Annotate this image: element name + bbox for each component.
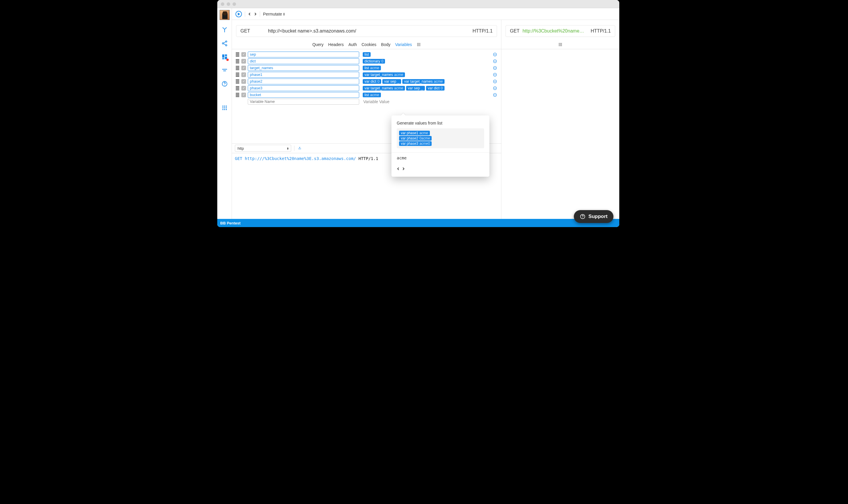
run-button[interactable] xyxy=(235,11,242,17)
value-pill[interactable]: list acme xyxy=(363,93,381,97)
variable-value[interactable]: dictionary 0 xyxy=(361,59,491,64)
value-pill[interactable]: var phase1 acme xyxy=(399,131,430,136)
variable-name-input[interactable] xyxy=(248,72,359,78)
variable-name-input[interactable] xyxy=(248,85,359,91)
remove-button[interactable] xyxy=(492,65,498,71)
drag-handle-icon[interactable] xyxy=(235,52,240,57)
enable-checkbox[interactable]: ✓ xyxy=(241,52,246,57)
enable-checkbox[interactable]: ✓ xyxy=(241,93,246,97)
value-pill[interactable]: dictionary 0 xyxy=(363,59,385,64)
value-pill[interactable]: var target_names acme xyxy=(402,79,444,84)
drag-handle-icon[interactable] xyxy=(235,59,240,63)
enable-checkbox[interactable]: ✓ xyxy=(241,72,246,77)
avatar[interactable] xyxy=(219,10,230,20)
variable-row: ✓var target_names acmevar sep _var dict … xyxy=(235,85,498,91)
variable-name-input[interactable] xyxy=(248,92,359,98)
variable-value[interactable]: var dict 0var sep _var target_names acme xyxy=(361,79,491,84)
svg-point-22 xyxy=(419,43,419,44)
enable-checkbox[interactable]: ✓ xyxy=(241,66,246,70)
value-pill[interactable]: var target_names acme xyxy=(363,72,405,77)
variable-row: ✓list acme xyxy=(235,91,498,98)
variable-name-input[interactable] xyxy=(248,58,359,64)
svg-point-52 xyxy=(560,45,561,46)
popup-prev-button[interactable] xyxy=(397,166,400,172)
value-pill[interactable]: list acme xyxy=(363,66,381,70)
enable-checkbox[interactable]: ✓ xyxy=(241,59,246,64)
drag-handle-icon[interactable] xyxy=(235,73,240,77)
request-box[interactable]: GET http://<bucket name>.s3.amazonaws.co… xyxy=(236,25,497,37)
popup-next-button[interactable] xyxy=(402,166,405,172)
tab-body[interactable]: Body xyxy=(381,42,391,47)
variable-value[interactable]: list acme xyxy=(361,66,491,70)
preview-method: GET xyxy=(510,29,519,34)
value-pill[interactable]: var phase3 acme0 xyxy=(399,141,431,146)
tab-cookies[interactable]: Cookies xyxy=(361,42,376,47)
variable-value[interactable]: list xyxy=(361,52,491,57)
history-forward-button[interactable] xyxy=(254,13,257,16)
traffic-light-zoom[interactable] xyxy=(232,2,236,6)
preview-url: http://%3Cbucket%20name%3E… xyxy=(523,29,588,34)
popup-sample: acme xyxy=(391,152,489,163)
variable-name-input[interactable] xyxy=(248,52,359,57)
value-pill[interactable]: var dict 0 xyxy=(363,79,381,84)
tab-query[interactable]: Query xyxy=(312,42,323,47)
drag-grip-icon[interactable] xyxy=(558,42,562,47)
variable-name-input[interactable] xyxy=(248,65,359,71)
output-format-select[interactable]: http ▴▾ xyxy=(235,145,291,152)
value-pill[interactable]: var dict 0 xyxy=(426,86,444,91)
enable-checkbox[interactable]: ✓ xyxy=(241,79,246,84)
variable-value[interactable]: Variable Value xyxy=(361,99,491,104)
apps-grid-icon[interactable] xyxy=(221,104,228,111)
variable-value[interactable]: var target_names acmevar sep _var dict 0 xyxy=(361,86,491,91)
preview-request-box: GET http://%3Cbucket%20name%3E… HTTP/1.1 xyxy=(506,25,615,37)
remove-button[interactable] xyxy=(492,72,498,77)
svg-point-55 xyxy=(582,217,583,218)
svg-rect-4 xyxy=(225,54,227,56)
tab-auth[interactable]: Auth xyxy=(348,42,357,47)
svg-point-23 xyxy=(420,43,421,44)
variable-name-input[interactable] xyxy=(248,99,359,105)
help-icon[interactable] xyxy=(221,80,228,87)
drag-handle-icon[interactable] xyxy=(235,66,240,70)
remove-button[interactable] xyxy=(492,86,498,91)
remove-button[interactable] xyxy=(492,59,498,64)
history-back-button[interactable] xyxy=(248,13,251,16)
svg-rect-14 xyxy=(222,107,223,108)
value-pill[interactable]: var sep _ xyxy=(382,79,401,84)
share-icon[interactable] xyxy=(221,40,228,47)
download-icon[interactable] xyxy=(297,145,302,151)
value-pill[interactable]: var phase2 0acme xyxy=(399,136,431,141)
titlebar xyxy=(217,0,619,8)
svg-rect-18 xyxy=(224,109,225,110)
remove-button[interactable] xyxy=(492,92,498,97)
remove-button[interactable] xyxy=(492,79,498,84)
drag-handle-icon[interactable] xyxy=(235,86,240,90)
filter-icon[interactable] xyxy=(221,67,228,74)
value-pill[interactable]: var sep _ xyxy=(406,86,425,91)
enable-checkbox[interactable]: ✓ xyxy=(241,86,246,91)
dashboard-icon[interactable] xyxy=(221,53,228,60)
value-pill[interactable]: var target_names acme xyxy=(363,86,405,91)
drag-handle-icon[interactable] xyxy=(235,79,240,84)
drag-handle-icon[interactable] xyxy=(235,93,240,97)
svg-rect-12 xyxy=(224,106,225,107)
value-pill[interactable]: list xyxy=(363,52,371,57)
popup-body: var phase1 acmevar phase2 0acmevar phase… xyxy=(397,128,484,148)
svg-rect-44 xyxy=(298,148,301,149)
svg-point-53 xyxy=(561,45,562,46)
variable-value[interactable]: list acme xyxy=(361,93,491,97)
remove-button[interactable] xyxy=(492,52,498,57)
tab-headers[interactable]: Headers xyxy=(328,42,344,47)
support-button[interactable]: Support xyxy=(574,210,614,223)
svg-point-51 xyxy=(559,45,560,46)
drag-grip-icon[interactable] xyxy=(417,42,421,47)
branch-icon[interactable] xyxy=(221,26,228,33)
variable-value[interactable]: var target_names acme xyxy=(361,72,491,77)
mode-selector[interactable]: Permutate ▴▾ xyxy=(263,12,285,16)
tab-variables[interactable]: Variables xyxy=(395,42,412,47)
traffic-light-minimize[interactable] xyxy=(227,2,230,6)
variable-name-input[interactable] xyxy=(248,78,359,84)
traffic-light-close[interactable] xyxy=(221,2,224,6)
svg-point-28 xyxy=(419,45,419,46)
svg-point-49 xyxy=(560,44,561,45)
